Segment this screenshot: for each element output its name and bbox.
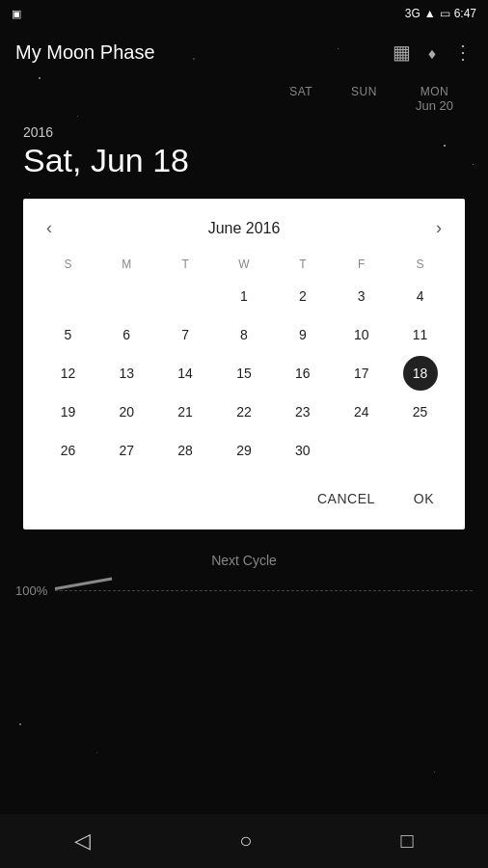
- tab-sat[interactable]: SAT: [270, 81, 332, 117]
- cal-day-27[interactable]: 27: [109, 433, 144, 468]
- dow-sun: S: [39, 254, 97, 275]
- tab-sun[interactable]: SUN: [332, 81, 396, 117]
- status-bar: ▣ 3G ▲ ▭ 6:47: [0, 0, 488, 27]
- dow-mon: M: [97, 254, 156, 275]
- nav-bar: ◁ ○ □: [0, 814, 488, 868]
- calendar-header: ‹ June 2016 ›: [39, 214, 449, 242]
- cal-day-15[interactable]: 15: [227, 356, 261, 391]
- tab-mon[interactable]: MON Jun 20: [396, 81, 473, 117]
- full-date: Sat, Jun 18: [23, 142, 465, 179]
- cal-day-18[interactable]: 18: [403, 356, 438, 391]
- cal-day-19[interactable]: 19: [50, 394, 85, 429]
- cal-day-17[interactable]: 17: [344, 356, 379, 391]
- date-header: 2016 Sat, Jun 18: [0, 117, 488, 199]
- cal-day-6[interactable]: 6: [109, 317, 144, 352]
- cal-empty: [344, 433, 379, 468]
- cal-day-25[interactable]: 25: [403, 394, 438, 429]
- percent-label: 100%: [15, 583, 47, 598]
- back-button[interactable]: ◁: [74, 828, 91, 854]
- cal-day-24[interactable]: 24: [344, 394, 379, 429]
- top-icons: ▦ ⬧ ⋮: [393, 41, 473, 64]
- cal-day-22[interactable]: 22: [227, 394, 261, 429]
- notification-icon: ▣: [12, 8, 21, 19]
- recent-apps-button[interactable]: □: [401, 828, 414, 854]
- tab-sat-label: SAT: [289, 85, 312, 98]
- cal-day-26[interactable]: 26: [50, 433, 85, 468]
- tab-sun-label: SUN: [351, 85, 377, 98]
- cal-day-13[interactable]: 13: [109, 356, 144, 391]
- progress-line: [55, 590, 473, 591]
- calendar-dialog: ‹ June 2016 › S M T W T F S 1 2 3 4 5 6 …: [23, 199, 465, 529]
- cal-day-14[interactable]: 14: [168, 356, 203, 391]
- dow-thu: T: [273, 254, 332, 275]
- app-title: My Moon Phase: [15, 41, 155, 64]
- cal-day-11[interactable]: 11: [403, 317, 438, 352]
- cal-day-12[interactable]: 12: [50, 356, 85, 391]
- next-cycle-label: Next Cycle: [0, 545, 488, 576]
- cal-day-29[interactable]: 29: [227, 433, 261, 468]
- cal-day-9[interactable]: 9: [285, 317, 320, 352]
- cal-empty: [403, 433, 438, 468]
- more-options-icon[interactable]: ⋮: [453, 41, 473, 64]
- ok-button[interactable]: OK: [398, 483, 449, 514]
- cal-day-1[interactable]: 1: [227, 279, 261, 313]
- cal-day-10[interactable]: 10: [344, 317, 379, 352]
- dow-fri: F: [332, 254, 391, 275]
- line-indicator: [55, 578, 113, 590]
- cal-day-2[interactable]: 2: [285, 279, 320, 313]
- cal-day-16[interactable]: 16: [285, 356, 320, 391]
- cal-empty: [168, 279, 203, 313]
- cal-empty: [50, 279, 85, 313]
- bottom-area: Next Cycle 100%: [0, 529, 488, 606]
- cal-day-21[interactable]: 21: [168, 394, 203, 429]
- dow-wed: W: [215, 254, 274, 275]
- calendar-icon[interactable]: ▦: [393, 41, 411, 64]
- signal-icon: ▲: [424, 7, 436, 20]
- system-status: 3G ▲ ▭ 6:47: [405, 7, 476, 20]
- calendar-actions: CANCEL OK: [39, 483, 449, 514]
- tab-mon-num: Jun 20: [416, 98, 453, 113]
- cal-day-8[interactable]: 8: [227, 317, 261, 352]
- notification-area: ▣: [12, 8, 21, 20]
- cal-day-3[interactable]: 3: [344, 279, 379, 313]
- percent-area: 100%: [0, 576, 488, 606]
- dow-sat: S: [391, 254, 449, 275]
- calendar-title: June 2016: [208, 220, 281, 237]
- cal-day-30[interactable]: 30: [285, 433, 320, 468]
- next-month-button[interactable]: ›: [428, 214, 449, 242]
- cancel-button[interactable]: CANCEL: [302, 483, 391, 514]
- battery-icon: ▭: [440, 7, 450, 20]
- top-bar: My Moon Phase ▦ ⬧ ⋮: [0, 27, 488, 77]
- tab-mon-label: MON: [416, 85, 453, 98]
- cal-day-7[interactable]: 7: [168, 317, 203, 352]
- cal-empty: [109, 279, 144, 313]
- calendar-grid: 1 2 3 4 5 6 7 8 9 10 11 12 13 14 15 16 1…: [39, 279, 449, 468]
- home-button[interactable]: ○: [239, 828, 252, 854]
- day-tabs: SAT SUN MON Jun 20: [0, 77, 488, 117]
- network-indicator: 3G: [405, 7, 420, 20]
- cal-day-28[interactable]: 28: [168, 433, 203, 468]
- year-label: 2016: [23, 124, 465, 140]
- cal-day-4[interactable]: 4: [403, 279, 438, 313]
- cal-day-5[interactable]: 5: [50, 317, 85, 352]
- location-icon[interactable]: ⬧: [426, 41, 438, 64]
- days-of-week: S M T W T F S: [39, 254, 449, 275]
- clock: 6:47: [454, 7, 476, 20]
- cal-day-20[interactable]: 20: [109, 394, 144, 429]
- cal-day-23[interactable]: 23: [285, 394, 320, 429]
- dow-tue: T: [156, 254, 215, 275]
- prev-month-button[interactable]: ‹: [39, 214, 60, 242]
